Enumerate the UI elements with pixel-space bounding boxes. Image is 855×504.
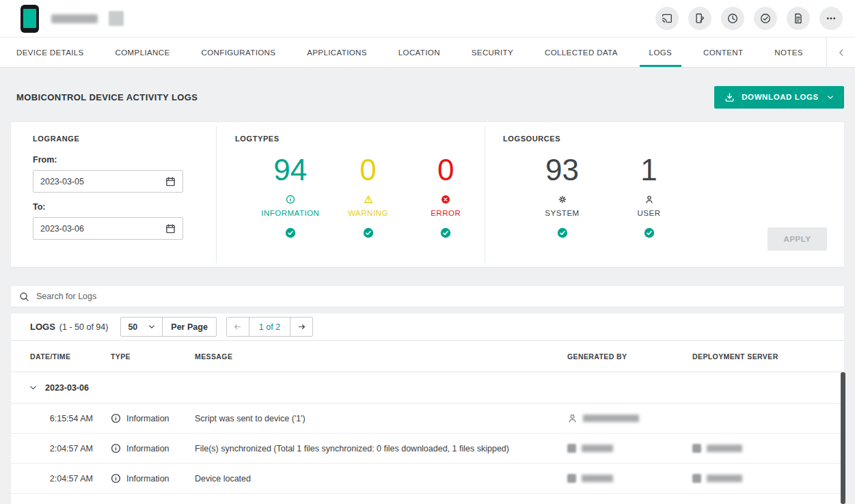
tab-collected-data[interactable]: COLLECTED DATA [545, 38, 618, 67]
tab-compliance[interactable]: COMPLIANCE [116, 38, 170, 67]
error-label: ERROR [431, 209, 461, 217]
tab-device-details[interactable]: DEVICE DETAILS [16, 38, 84, 67]
cast-icon[interactable] [655, 7, 679, 30]
generated-by-icon-redacted [567, 444, 576, 453]
tab-configurations[interactable]: CONFIGURATIONS [201, 38, 275, 67]
log-time: 2:04:57 AM [30, 474, 111, 484]
warning-count: 0 [359, 155, 376, 185]
info-icon [111, 413, 121, 423]
search-icon [19, 292, 29, 302]
error-stat: 0 ERROR [407, 155, 485, 238]
logs-range-text: (1 - 50 of 94) [59, 322, 109, 332]
log-generated-by [567, 413, 692, 423]
deployment-server-redacted [707, 475, 742, 482]
log-message: File(s) synchronized (Total 1 files sync… [195, 444, 567, 453]
logs-toolbar: LOGS (1 - 50 of 94) 50 Per Page 1 of 2 [11, 313, 844, 341]
log-deployment-server [692, 444, 844, 453]
system-count: 93 [545, 155, 579, 185]
user-checkbox[interactable] [644, 227, 655, 238]
download-logs-button[interactable]: DOWNLOAD LOGS [714, 86, 844, 109]
generated-by-redacted [582, 445, 613, 452]
page-indicator: 1 of 2 [249, 318, 290, 336]
generated-by-redacted [582, 475, 613, 482]
log-row[interactable]: 2:04:57 AM Information File(s) synchroni… [11, 434, 844, 464]
download-logs-label: DOWNLOAD LOGS [742, 93, 819, 101]
error-checkbox[interactable] [440, 227, 451, 238]
system-checkbox[interactable] [557, 227, 568, 238]
log-type-label: Information [126, 414, 169, 423]
pagination: 1 of 2 [226, 317, 313, 337]
tab-applications[interactable]: APPLICATIONS [307, 38, 367, 67]
tab-bar: DEVICE DETAILS COMPLIANCE CONFIGURATIONS… [0, 38, 855, 68]
group-date: 2023-03-06 [45, 383, 89, 393]
arrow-left-icon [232, 322, 243, 331]
deployment-server-icon-redacted [692, 444, 701, 453]
log-row[interactable]: 2:04:57 AM Information Device located [11, 464, 844, 494]
page-title: MOBICONTROL DEVICE ACTIVITY LOGS [16, 92, 198, 102]
from-date-input[interactable]: 2023-03-05 [33, 170, 183, 193]
arrow-right-icon [297, 322, 307, 331]
calendar-icon [165, 223, 176, 234]
collapse-tabs-button[interactable] [826, 38, 855, 67]
filters-card: LOGRANGE From: 2023-03-05 To: 2023-03-06… [11, 122, 844, 267]
from-label: From: [33, 155, 200, 165]
user-label: USER [638, 209, 661, 217]
tab-location[interactable]: LOCATION [398, 38, 440, 67]
logsources-stats: 93 SYSTEM 1 USER [519, 155, 844, 238]
tab-content[interactable]: CONTENT [703, 38, 743, 67]
error-count: 0 [437, 155, 454, 185]
gear-icon [558, 194, 567, 204]
logs-search-bar [11, 286, 844, 307]
to-date-input[interactable]: 2023-03-06 [33, 217, 183, 240]
to-date-value: 2023-03-06 [40, 224, 84, 234]
chevron-down-icon [148, 324, 155, 330]
device-edit-icon[interactable] [688, 7, 711, 30]
user-count: 1 [640, 155, 657, 185]
tab-logs[interactable]: LOGS [649, 38, 673, 67]
information-stat: 94 INFORMATION [252, 155, 329, 238]
to-label: To: [33, 202, 200, 212]
log-deployment-server [692, 474, 844, 483]
info-icon [286, 194, 295, 204]
date-group-row[interactable]: 2023-03-06 [11, 372, 844, 404]
more-icon[interactable] [819, 7, 843, 30]
history-clock-icon[interactable] [721, 7, 744, 30]
document-icon[interactable] [787, 7, 810, 30]
per-page-label: Per Page [163, 318, 216, 336]
logtypes-stats: 94 INFORMATION 0 WARNING 0 [252, 155, 485, 238]
warning-icon [364, 194, 373, 204]
system-label: SYSTEM [545, 209, 579, 217]
logs-page: MOBICONTROL DEVICE ACTIVITY LOGS DOWNLOA… [0, 85, 855, 504]
tab-security[interactable]: SECURITY [472, 38, 513, 67]
info-icon [111, 473, 121, 484]
download-icon [724, 92, 735, 102]
error-icon [441, 194, 450, 204]
next-page-button[interactable] [290, 318, 312, 336]
search-input[interactable] [36, 292, 836, 301]
warning-checkbox[interactable] [363, 227, 374, 238]
information-checkbox[interactable] [285, 227, 296, 238]
column-message: MESSAGE [195, 352, 567, 361]
information-label: INFORMATION [261, 209, 319, 217]
user-stat: 1 USER [606, 155, 692, 238]
previous-page-button[interactable] [227, 318, 249, 336]
generated-by-redacted [583, 415, 639, 422]
logs-panel: LOGS (1 - 50 of 94) 50 Per Page 1 of 2 [11, 313, 844, 504]
log-type: Information [111, 443, 195, 453]
phone-screen [23, 9, 36, 28]
per-page-control: 50 Per Page [120, 317, 216, 337]
per-page-select[interactable]: 50 [121, 318, 163, 336]
device-identity [21, 5, 124, 33]
person-icon [644, 194, 654, 204]
generated-by-icon-redacted [567, 474, 576, 483]
log-row[interactable]: 6:15:54 AM Information Script was sent t… [11, 404, 844, 434]
check-circle-icon[interactable] [754, 7, 777, 30]
from-date-value: 2023-03-05 [40, 177, 84, 186]
column-type: TYPE [111, 352, 195, 361]
apply-button[interactable]: APPLY [768, 227, 827, 251]
log-generated-by [567, 444, 692, 453]
scrollbar-thumb[interactable] [841, 372, 845, 504]
logsources-label: LOGSOURCES [503, 135, 844, 143]
chevron-down-icon[interactable] [29, 384, 38, 392]
tab-notes[interactable]: NOTES [774, 38, 803, 67]
